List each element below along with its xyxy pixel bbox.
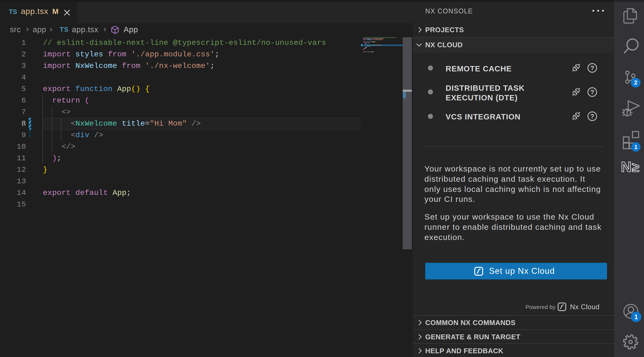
- svg-text:?: ?: [590, 113, 594, 120]
- svg-text:?: ?: [590, 64, 594, 72]
- svg-text:?: ?: [590, 89, 594, 96]
- svg-text:N: N: [621, 160, 631, 173]
- svg-text:≥: ≥: [632, 160, 639, 173]
